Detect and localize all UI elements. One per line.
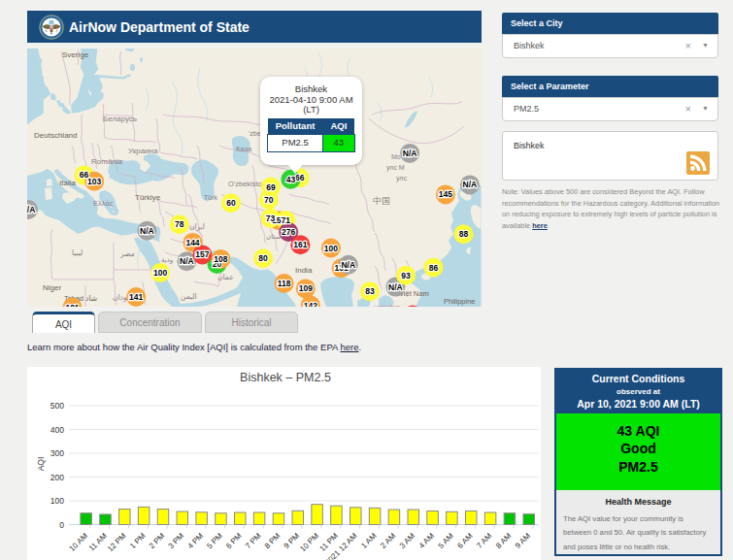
svg-text:اليمن: اليمن (181, 292, 197, 301)
svg-text:100: 100 (324, 244, 338, 253)
svg-text:103: 103 (87, 177, 101, 186)
svg-text:Каза: Каза (236, 145, 252, 153)
svg-text:78: 78 (175, 219, 184, 229)
svg-text:8 PM: 8 PM (263, 531, 283, 550)
svg-text:200: 200 (50, 473, 64, 482)
svg-text:Mo: Mo (391, 153, 401, 160)
svg-text:عمان: عمان (217, 273, 234, 281)
svg-text:Philippine: Philippine (444, 297, 476, 306)
svg-text:109: 109 (299, 283, 313, 293)
svg-text:7 AM: 7 AM (475, 531, 493, 549)
svg-text:71: 71 (281, 215, 290, 225)
svg-text:Украина: Украина (128, 147, 158, 155)
svg-text:6 AM: 6 AM (455, 531, 474, 549)
svg-text:1 PM: 1 PM (128, 531, 148, 550)
svg-text:3 AM: 3 AM (398, 531, 416, 549)
svg-text:4 PM: 4 PM (185, 531, 205, 550)
svg-text:161: 161 (293, 240, 307, 249)
svg-text:Ελλάς: Ελλάς (93, 199, 114, 208)
svg-text:10 PM: 10 PM (298, 531, 320, 553)
svg-text:69: 69 (266, 182, 276, 192)
svg-text:Türk: Türk (204, 194, 218, 201)
svg-text:10 AM: 10 AM (68, 531, 90, 553)
svg-text:N/A: N/A (463, 180, 478, 189)
svg-text:N/A: N/A (403, 148, 417, 158)
svg-text:300: 300 (50, 448, 64, 458)
svg-text:O'zbekisto: O'zbekisto (228, 180, 262, 188)
svg-text:157: 157 (195, 249, 209, 259)
svg-text:500: 500 (50, 401, 64, 411)
svg-text:141: 141 (129, 292, 143, 302)
svg-text:88: 88 (459, 229, 469, 239)
svg-text:N/A: N/A (388, 282, 403, 292)
svg-text:8 AM: 8 AM (494, 531, 513, 549)
svg-text:Bishkek – PM2.5: Bishkek – PM2.5 (240, 371, 331, 384)
svg-text:276: 276 (282, 227, 295, 237)
svg-text:Niger: Niger (43, 283, 61, 292)
svg-text:2 PM: 2 PM (148, 531, 167, 550)
svg-text:3 PM: 3 PM (167, 531, 186, 550)
svg-text:ليبيا: ليبيا (72, 248, 83, 257)
svg-text:ync M: ync M (386, 164, 405, 172)
svg-text:N/A: N/A (180, 256, 194, 266)
svg-text:80: 80 (258, 253, 268, 263)
svg-text:100: 100 (153, 268, 167, 278)
svg-text:144: 144 (185, 238, 199, 247)
svg-text:ودية: ودية (161, 256, 173, 264)
svg-text:70: 70 (264, 195, 274, 205)
svg-text:5 AM: 5 AM (437, 531, 455, 549)
svg-text:9 AM: 9 AM (514, 531, 532, 549)
svg-text:60: 60 (226, 198, 236, 208)
svg-text:Türkiye: Türkiye (135, 193, 161, 202)
svg-text:N/A: N/A (341, 260, 355, 270)
svg-text:7 PM: 7 PM (244, 531, 263, 550)
svg-text:România: România (91, 157, 123, 166)
svg-text:101: 101 (65, 303, 79, 307)
svg-text:142: 142 (304, 301, 317, 308)
svg-text:73: 73 (266, 214, 276, 223)
svg-text:Italia: Italia (59, 179, 76, 187)
svg-text:N/A: N/A (27, 205, 35, 214)
svg-text:Deutschland: Deutschland (34, 131, 77, 140)
svg-text:2 AM: 2 AM (379, 531, 397, 549)
svg-text:100: 100 (50, 496, 64, 506)
svg-text:400: 400 (50, 425, 64, 435)
svg-text:1 AM: 1 AM (359, 531, 378, 549)
svg-text:N/A: N/A (140, 226, 154, 236)
svg-text:4 AM: 4 AM (417, 531, 436, 549)
svg-text:ستان: ستان (266, 233, 281, 240)
svg-text:India: India (295, 266, 313, 275)
svg-text:12 PM: 12 PM (106, 531, 128, 553)
svg-text:118: 118 (278, 279, 291, 288)
svg-text:Беларусь: Беларусь (103, 115, 137, 123)
svg-text:0: 0 (59, 520, 64, 530)
svg-text:AQI: AQI (36, 457, 46, 472)
svg-text:145: 145 (439, 189, 452, 199)
svg-text:83: 83 (365, 286, 375, 296)
svg-text:مصر: مصر (119, 249, 135, 258)
svg-text:улс: улс (396, 175, 407, 182)
svg-text:6 PM: 6 PM (224, 531, 244, 550)
svg-text:ايران: ايران (189, 222, 205, 231)
svg-text:5 PM: 5 PM (205, 531, 224, 550)
svg-text:11 AM: 11 AM (87, 531, 109, 552)
svg-text:uaington: uaington (374, 304, 400, 307)
svg-text:93: 93 (401, 271, 411, 280)
svg-text:86: 86 (429, 263, 439, 273)
svg-text:108: 108 (214, 254, 227, 264)
svg-text:中国: 中国 (373, 196, 390, 206)
svg-text:Sverige: Sverige (62, 50, 89, 59)
